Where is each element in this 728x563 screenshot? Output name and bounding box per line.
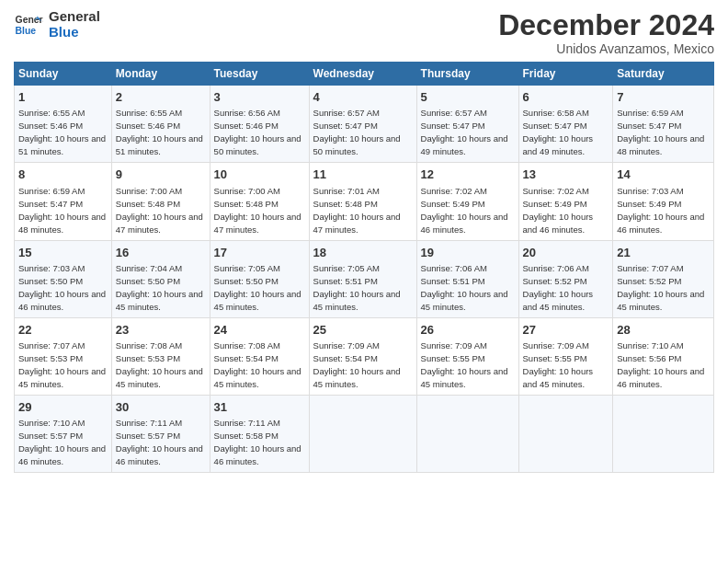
day-number: 12 [421, 167, 515, 183]
day-number: 1 [18, 89, 108, 106]
day-number: 22 [18, 322, 108, 339]
day-info: Sunrise: 7:00 AMSunset: 5:48 PMDaylight:… [116, 186, 203, 235]
day-info: Sunrise: 7:11 AMSunset: 5:58 PMDaylight:… [214, 418, 301, 466]
day-cell: 31Sunrise: 7:11 AMSunset: 5:58 PMDayligh… [210, 395, 309, 472]
day-cell: 28Sunrise: 7:10 AMSunset: 5:56 PMDayligh… [613, 317, 714, 395]
day-cell: 25Sunrise: 7:09 AMSunset: 5:54 PMDayligh… [309, 317, 416, 395]
day-cell: 26Sunrise: 7:09 AMSunset: 5:55 PMDayligh… [416, 317, 518, 395]
day-cell [309, 395, 416, 472]
day-cell: 15Sunrise: 7:03 AMSunset: 5:50 PMDayligh… [15, 240, 112, 317]
day-info: Sunrise: 7:07 AMSunset: 5:53 PMDaylight:… [18, 340, 106, 389]
day-cell: 4Sunrise: 6:57 AMSunset: 5:47 PMDaylight… [309, 86, 416, 163]
logo-line2: Blue [49, 25, 100, 40]
logo-line1: General [49, 9, 100, 25]
week-row-1: 1Sunrise: 6:55 AMSunset: 5:46 PMDaylight… [15, 86, 714, 163]
day-number: 29 [18, 399, 108, 416]
day-cell: 1Sunrise: 6:55 AMSunset: 5:46 PMDaylight… [15, 86, 112, 163]
day-number: 27 [523, 322, 609, 339]
day-cell: 6Sunrise: 6:58 AMSunset: 5:47 PMDaylight… [518, 86, 613, 163]
day-number: 10 [214, 167, 305, 183]
day-number: 11 [313, 167, 413, 183]
day-info: Sunrise: 6:57 AMSunset: 5:47 PMDaylight:… [421, 108, 508, 156]
svg-text:General: General [16, 15, 43, 25]
day-number: 4 [313, 89, 413, 106]
day-info: Sunrise: 7:09 AMSunset: 5:55 PMDaylight:… [421, 340, 508, 389]
day-number: 26 [421, 322, 515, 339]
day-info: Sunrise: 7:10 AMSunset: 5:56 PMDaylight:… [617, 340, 704, 389]
day-number: 24 [214, 322, 305, 339]
day-cell: 16Sunrise: 7:04 AMSunset: 5:50 PMDayligh… [111, 240, 210, 317]
day-number: 14 [617, 167, 710, 183]
day-cell: 17Sunrise: 7:05 AMSunset: 5:50 PMDayligh… [210, 240, 309, 317]
week-row-5: 29Sunrise: 7:10 AMSunset: 5:57 PMDayligh… [15, 395, 714, 472]
day-cell: 27Sunrise: 7:09 AMSunset: 5:55 PMDayligh… [518, 317, 613, 395]
week-row-2: 8Sunrise: 6:59 AMSunset: 5:47 PMDaylight… [15, 163, 714, 240]
day-cell: 10Sunrise: 7:00 AMSunset: 5:48 PMDayligh… [210, 163, 309, 240]
day-number: 5 [421, 89, 515, 106]
day-number: 21 [617, 245, 710, 261]
day-info: Sunrise: 7:11 AMSunset: 5:57 PMDaylight:… [116, 418, 203, 466]
day-number: 19 [421, 245, 515, 261]
day-info: Sunrise: 7:09 AMSunset: 5:54 PMDaylight:… [313, 340, 401, 389]
day-cell: 23Sunrise: 7:08 AMSunset: 5:53 PMDayligh… [111, 317, 210, 395]
day-number: 31 [214, 399, 305, 416]
header: General Blue General Blue December 2024 … [14, 9, 714, 56]
day-cell: 2Sunrise: 6:55 AMSunset: 5:46 PMDaylight… [111, 86, 210, 163]
header-saturday: Saturday [613, 63, 714, 86]
day-info: Sunrise: 6:58 AMSunset: 5:47 PMDaylight:… [523, 108, 594, 156]
day-cell: 14Sunrise: 7:03 AMSunset: 5:49 PMDayligh… [613, 163, 714, 240]
day-info: Sunrise: 7:06 AMSunset: 5:51 PMDaylight:… [421, 263, 508, 312]
day-info: Sunrise: 6:59 AMSunset: 5:47 PMDaylight:… [617, 108, 704, 156]
day-info: Sunrise: 7:10 AMSunset: 5:57 PMDaylight:… [18, 418, 106, 466]
week-row-3: 15Sunrise: 7:03 AMSunset: 5:50 PMDayligh… [15, 240, 714, 317]
day-info: Sunrise: 7:01 AMSunset: 5:48 PMDaylight:… [313, 186, 401, 235]
day-cell: 12Sunrise: 7:02 AMSunset: 5:49 PMDayligh… [416, 163, 518, 240]
day-number: 30 [116, 399, 206, 416]
day-number: 15 [18, 245, 108, 261]
page-container: General Blue General Blue December 2024 … [0, 0, 728, 477]
logo: General Blue General Blue [14, 9, 100, 40]
day-info: Sunrise: 7:05 AMSunset: 5:50 PMDaylight:… [214, 263, 301, 312]
day-number: 18 [313, 245, 413, 261]
day-cell: 30Sunrise: 7:11 AMSunset: 5:57 PMDayligh… [111, 395, 210, 472]
day-cell: 13Sunrise: 7:02 AMSunset: 5:49 PMDayligh… [518, 163, 613, 240]
day-number: 6 [523, 89, 609, 106]
day-number: 2 [116, 89, 206, 106]
day-number: 17 [214, 245, 305, 261]
day-info: Sunrise: 7:04 AMSunset: 5:50 PMDaylight:… [116, 263, 203, 312]
day-number: 9 [116, 167, 206, 183]
day-cell [518, 395, 613, 472]
day-info: Sunrise: 7:03 AMSunset: 5:50 PMDaylight:… [18, 263, 106, 312]
header-thursday: Thursday [416, 63, 518, 86]
day-cell: 3Sunrise: 6:56 AMSunset: 5:46 PMDaylight… [210, 86, 309, 163]
day-number: 16 [116, 245, 206, 261]
title-block: December 2024 Unidos Avanzamos, Mexico [498, 9, 714, 56]
day-number: 28 [617, 322, 710, 339]
day-cell: 18Sunrise: 7:05 AMSunset: 5:51 PMDayligh… [309, 240, 416, 317]
day-info: Sunrise: 7:08 AMSunset: 5:54 PMDaylight:… [214, 340, 301, 389]
day-info: Sunrise: 6:59 AMSunset: 5:47 PMDaylight:… [18, 186, 106, 235]
main-title: December 2024 [498, 9, 714, 41]
day-info: Sunrise: 7:05 AMSunset: 5:51 PMDaylight:… [313, 263, 401, 312]
day-info: Sunrise: 7:08 AMSunset: 5:53 PMDaylight:… [116, 340, 203, 389]
day-info: Sunrise: 7:02 AMSunset: 5:49 PMDaylight:… [421, 186, 508, 235]
day-cell: 11Sunrise: 7:01 AMSunset: 5:48 PMDayligh… [309, 163, 416, 240]
header-monday: Monday [111, 63, 210, 86]
day-cell: 20Sunrise: 7:06 AMSunset: 5:52 PMDayligh… [518, 240, 613, 317]
day-info: Sunrise: 7:03 AMSunset: 5:49 PMDaylight:… [617, 186, 704, 235]
day-info: Sunrise: 6:56 AMSunset: 5:46 PMDaylight:… [214, 108, 301, 156]
day-cell: 24Sunrise: 7:08 AMSunset: 5:54 PMDayligh… [210, 317, 309, 395]
day-number: 23 [116, 322, 206, 339]
day-number: 25 [313, 322, 413, 339]
header-wednesday: Wednesday [309, 63, 416, 86]
day-info: Sunrise: 6:57 AMSunset: 5:47 PMDaylight:… [313, 108, 401, 156]
day-info: Sunrise: 7:00 AMSunset: 5:48 PMDaylight:… [214, 186, 301, 235]
header-tuesday: Tuesday [210, 63, 309, 86]
logo-icon: General Blue [14, 10, 43, 40]
day-cell: 22Sunrise: 7:07 AMSunset: 5:53 PMDayligh… [15, 317, 112, 395]
day-info: Sunrise: 7:02 AMSunset: 5:49 PMDaylight:… [523, 186, 594, 235]
header-sunday: Sunday [15, 63, 112, 86]
day-info: Sunrise: 6:55 AMSunset: 5:46 PMDaylight:… [18, 108, 106, 156]
day-cell: 9Sunrise: 7:00 AMSunset: 5:48 PMDaylight… [111, 163, 210, 240]
header-row: SundayMondayTuesdayWednesdayThursdayFrid… [15, 63, 714, 86]
